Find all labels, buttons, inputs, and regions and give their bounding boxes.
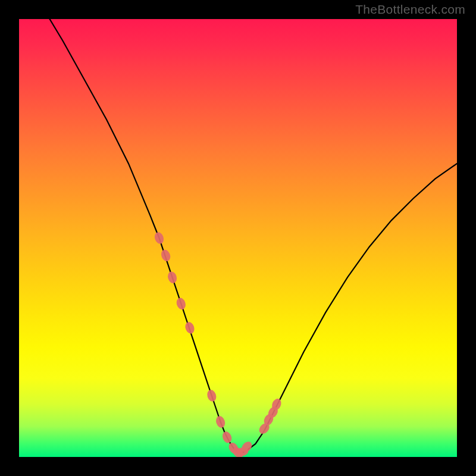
highlight-marker: [175, 297, 187, 311]
highlight-marker: [215, 415, 227, 429]
highlight-marker: [206, 389, 218, 402]
highlight-marker: [167, 271, 178, 284]
highlight-marker: [221, 430, 233, 444]
plot-area: [19, 19, 457, 457]
highlight-marker: [159, 249, 172, 263]
highlight-markers: [153, 231, 283, 457]
curve-svg: [19, 19, 457, 457]
highlight-marker: [184, 321, 196, 335]
bottleneck-curve: [50, 19, 458, 453]
highlight-marker: [153, 231, 165, 245]
watermark-text: TheBottleneck.com: [355, 2, 465, 17]
